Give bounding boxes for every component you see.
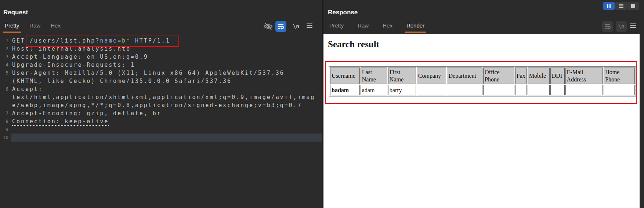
line-number: 7: [0, 109, 11, 117]
wrap-icon: [604, 23, 611, 30]
line-number: 8: [0, 117, 11, 125]
editor-row: 9: [0, 125, 322, 134]
column-header: Username: [330, 67, 360, 84]
column-header: Home Phone: [604, 67, 635, 84]
editor-row: 2Host: internal.analysis.htb: [0, 45, 322, 53]
editor-line-text: Accept-Language: en-US,en;q=0.9: [11, 53, 322, 61]
table-cell: [565, 85, 603, 95]
line-number: 9: [0, 125, 11, 134]
tab-pretty[interactable]: Pretty: [3, 21, 21, 33]
line-number: 5: [0, 69, 11, 77]
column-header: Last Name: [361, 67, 387, 84]
column-header: Mobile: [528, 67, 550, 84]
line-number: 1: [0, 37, 11, 45]
editor-line-text: Upgrade-Insecure-Requests: 1: [11, 61, 322, 69]
response-title: Response: [328, 9, 358, 16]
editor-row: 1GET /users/list.php?name=b* HTTP/1.1: [0, 37, 322, 45]
show-newlines-toggle[interactable]: \n: [293, 23, 299, 30]
response-menu-icon[interactable]: [630, 23, 636, 28]
burp-repeater-window: Request PrettyRawHex \n 1GET /users/li: [0, 0, 644, 208]
response-tab-separator: [323, 33, 644, 33]
tab-pretty[interactable]: Pretty: [328, 21, 345, 33]
column-header: Company: [417, 67, 446, 84]
editor-row: 6Accept:: [0, 85, 322, 93]
line-number: 3: [0, 53, 11, 61]
tab-render[interactable]: Render: [405, 21, 426, 33]
editor-line-text: e/webp,image/apng,*/*;q=0.8,application/…: [11, 101, 322, 109]
table-cell: barry: [388, 85, 416, 95]
editor-line-text: (KHTML, like Gecko) Chrome/135.0.0.0 Saf…: [11, 77, 322, 85]
line-number: [0, 93, 11, 101]
line-number: 2: [0, 45, 11, 53]
show-newlines-toggle-disabled[interactable]: \n: [616, 21, 627, 32]
table-annotation-box: UsernameLast NameFirst NameCompanyDepart…: [325, 61, 637, 104]
editor-row: 7Accept-Encoding: gzip, deflate, br: [0, 109, 322, 117]
line-number: [0, 101, 11, 109]
table-row: badamadambarry: [330, 85, 635, 95]
editor-row: 8Connection: keep-alive: [0, 117, 322, 125]
editor-line-text: Accept:: [11, 85, 322, 93]
editor-row: 10: [0, 134, 322, 142]
table-cell: [550, 85, 565, 95]
request-tabs: PrettyRawHex: [3, 21, 62, 33]
column-header: E-Mail Address: [565, 67, 603, 84]
column-header: DDI: [550, 67, 565, 84]
editor-row: 5User-Agent: Mozilla/5.0 (X11; Linux x86…: [0, 69, 322, 77]
editor-line-text: [11, 125, 322, 134]
editor-line-text: Host: internal.analysis.htb: [11, 45, 322, 53]
column-header: Office Phone: [483, 67, 514, 84]
editor-row: 3Accept-Language: en-US,en;q=0.9: [0, 53, 322, 61]
editor-line-text: [11, 134, 322, 142]
editor-row: (KHTML, like Gecko) Chrome/135.0.0.0 Saf…: [0, 77, 322, 85]
editor-line-text: Accept-Encoding: gzip, deflate, br: [11, 109, 322, 117]
request-menu-icon[interactable]: [307, 23, 312, 28]
response-render-page: Search result UsernameLast NameFirst Nam…: [323, 34, 640, 208]
editor-line-text: Connection: keep-alive: [11, 117, 322, 125]
results-table: UsernameLast NameFirst NameCompanyDepart…: [329, 66, 636, 96]
column-header: Fax: [515, 67, 527, 84]
table-cell: [447, 85, 482, 95]
word-wrap-toggle-button-disabled[interactable]: [602, 21, 613, 32]
table-cell: [417, 85, 446, 95]
editor-line-text: User-Agent: Mozilla/5.0 (X11; Linux x86_…: [11, 69, 322, 77]
table-cell: adam: [361, 85, 387, 95]
request-title: Request: [3, 9, 28, 16]
column-header: First Name: [388, 67, 416, 84]
editor-row: e/webp,image/apng,*/*;q=0.8,application/…: [0, 101, 322, 109]
table-cell: [604, 85, 635, 95]
table-cell: [483, 85, 514, 95]
line-number: [0, 77, 11, 85]
tab-raw[interactable]: Raw: [28, 21, 42, 33]
tab-hex[interactable]: Hex: [381, 21, 394, 33]
editor-line-text: GET /users/list.php?name=b* HTTP/1.1: [11, 37, 322, 45]
table-cell: [515, 85, 527, 95]
editor-row: 4Upgrade-Insecure-Requests: 1: [0, 61, 322, 69]
word-wrap-toggle-button[interactable]: [275, 21, 286, 32]
editor-row: text/html,application/xhtml+xml,applicat…: [0, 93, 322, 101]
editor-line-text: text/html,application/xhtml+xml,applicat…: [11, 93, 322, 101]
request-panel: Request PrettyRawHex \n 1GET /users/li: [0, 0, 322, 208]
column-header: Department: [447, 67, 482, 84]
line-number: 4: [0, 61, 11, 69]
line-number: 6: [0, 85, 11, 93]
request-editor-rows: 1GET /users/list.php?name=b* HTTP/1.12Ho…: [0, 37, 322, 142]
response-panel: Response PrettyRawHexRender \n Search re…: [323, 0, 644, 208]
request-tab-separator: [0, 33, 322, 33]
response-tabs: PrettyRawHexRender: [328, 21, 426, 33]
table-cell: badam: [330, 85, 360, 95]
wrap-icon: [278, 23, 284, 30]
line-number: 10: [0, 134, 11, 142]
request-editor[interactable]: 1GET /users/list.php?name=b* HTTP/1.12Ho…: [0, 34, 322, 208]
tab-raw[interactable]: Raw: [356, 21, 370, 33]
tab-hex[interactable]: Hex: [49, 21, 62, 33]
hide-response-eye-icon[interactable]: [263, 22, 273, 33]
search-result-heading: Search result: [328, 39, 640, 50]
table-cell: [528, 85, 550, 95]
